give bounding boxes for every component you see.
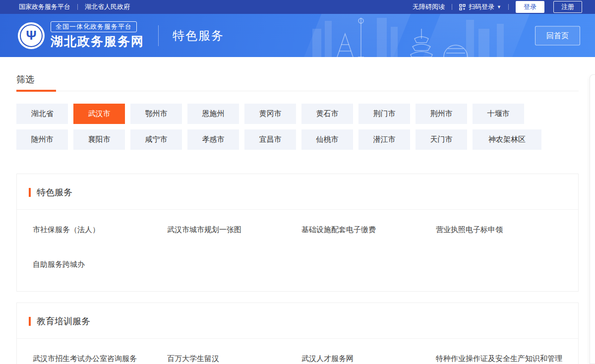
region-tab-shiyan[interactable]: 十堰市	[473, 104, 524, 124]
service-link[interactable]: 自助服务跨城办	[33, 258, 159, 270]
region-tab-qianjiang[interactable]: 潜江市	[358, 129, 410, 150]
register-button[interactable]: 注册	[553, 1, 582, 13]
region-tab-shennongjia[interactable]: 神农架林区	[473, 129, 541, 150]
service-link[interactable]: 武汉市城市规划一张图	[167, 224, 294, 236]
scan-login-dropdown[interactable]: 扫码登录	[469, 2, 494, 11]
divider	[77, 4, 78, 10]
site-logo[interactable]: Ψ 全国一体化政务服务平台 湖北政务服务网	[18, 21, 144, 50]
region-tab-suizhou[interactable]: 随州市	[16, 129, 68, 150]
region-tab-tianmen[interactable]: 天门市	[416, 129, 467, 150]
page-title: 特色服务	[173, 28, 224, 44]
national-platform-link[interactable]: 国家政务服务平台	[19, 2, 70, 11]
service-link[interactable]: 营业执照电子标申领	[436, 224, 562, 236]
filter-title: 筛选	[16, 73, 34, 85]
region-tab-jingmen[interactable]: 荆门市	[358, 104, 410, 124]
divider	[508, 4, 509, 10]
region-tab-ezhou[interactable]: 鄂州市	[130, 104, 182, 124]
service-link[interactable]: 百万大学生留汉	[167, 353, 294, 364]
featured-services-card: 特色服务 市社保服务（法人） 武汉市城市规划一张图 基础设施配套电子缴费 营业执…	[16, 174, 579, 292]
service-link[interactable]: 武汉市招生考试办公室咨询服务	[33, 353, 159, 364]
section-title: 教育培训服务	[37, 315, 90, 327]
region-filter-list: 湖北省 武汉市 鄂州市 恩施州 黄冈市 黄石市 荆门市 荆州市 十堰市 随州市 …	[16, 104, 579, 150]
top-utility-bar: 国家政务服务平台 湖北省人民政府 无障碍阅读 扫码登录 ▼ 登录 注册	[0, 0, 595, 14]
region-tab-enshi[interactable]: 恩施州	[187, 104, 239, 124]
login-button[interactable]: 登录	[516, 1, 544, 13]
divider	[452, 4, 452, 10]
floating-side-panel-edge[interactable]	[590, 74, 595, 364]
platform-tag: 全国一体化政务服务平台	[51, 21, 137, 32]
accessibility-link[interactable]: 无障碍阅读	[413, 2, 445, 11]
region-tab-hubei[interactable]: 湖北省	[16, 104, 68, 124]
hubei-emblem-icon: Ψ	[18, 22, 45, 49]
filter-header: 筛选	[16, 73, 579, 91]
region-tab-xiangyang[interactable]: 襄阳市	[73, 129, 125, 150]
site-banner: Ψ 全国一体化政务服务平台 湖北政务服务网 特色服务 回首页	[0, 14, 595, 57]
divider	[158, 25, 159, 46]
site-name: 湖北政务服务网	[51, 33, 144, 50]
back-to-home-button[interactable]: 回首页	[535, 26, 580, 45]
region-tab-huangshi[interactable]: 黄石市	[301, 104, 353, 124]
region-tab-wuhan[interactable]: 武汉市	[73, 104, 125, 124]
section-title: 特色服务	[37, 186, 72, 198]
qr-code-icon	[459, 4, 466, 10]
service-link[interactable]: 基础设施配套电子缴费	[301, 224, 428, 236]
section-accent-bar	[29, 317, 31, 326]
hubei-government-link[interactable]: 湖北省人民政府	[85, 2, 130, 11]
section-accent-bar	[29, 188, 31, 197]
region-tab-jingzhou[interactable]: 荆州市	[416, 104, 467, 124]
filter-active-underline	[16, 90, 56, 92]
service-link[interactable]: 市社保服务（法人）	[33, 224, 159, 236]
service-link[interactable]: 武汉人才服务网	[301, 353, 428, 364]
region-tab-xianning[interactable]: 咸宁市	[130, 129, 182, 150]
region-tab-xiaogan[interactable]: 孝感市	[187, 129, 239, 150]
region-tab-xiantao[interactable]: 仙桃市	[301, 129, 353, 150]
region-tab-yichang[interactable]: 宜昌市	[244, 129, 296, 150]
service-link[interactable]: 特种作业操作证及安全生产知识和管理能力考核合格信息查询	[436, 353, 562, 364]
education-training-card: 教育培训服务 武汉市招生考试办公室咨询服务 百万大学生留汉 武汉人才服务网 特种…	[16, 303, 579, 364]
region-tab-huanggang[interactable]: 黄冈市	[244, 104, 296, 124]
chevron-down-icon[interactable]: ▼	[497, 4, 501, 9]
city-skyline-illustration	[302, 14, 511, 57]
